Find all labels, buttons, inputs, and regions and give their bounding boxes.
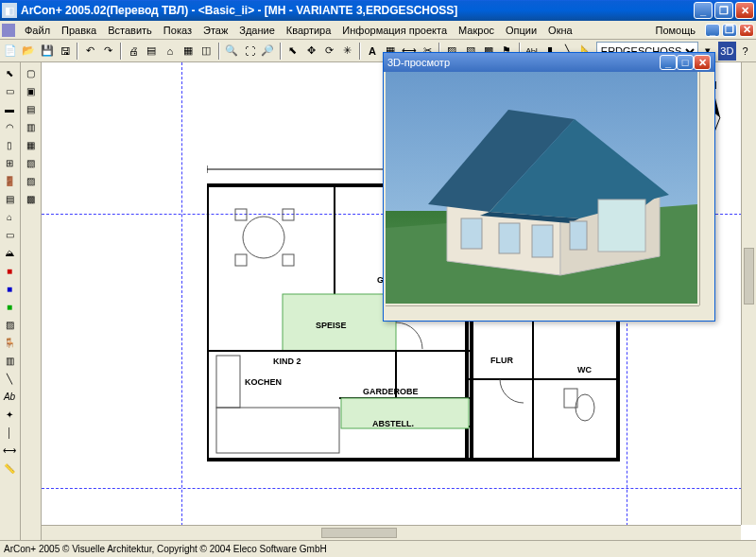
- tool-compass-icon[interactable]: ✳: [339, 42, 356, 61]
- preview-titlebar[interactable]: 3D-просмотр _ □ ✕: [384, 53, 714, 72]
- tool-new-icon[interactable]: 📄: [2, 42, 19, 61]
- menubar: Файл Правка Вставить Показ Этаж Здание К…: [0, 21, 756, 40]
- sb-dim2-icon[interactable]: ⟷: [1, 442, 18, 459]
- tool-3d-icon[interactable]: 3D: [718, 42, 735, 61]
- menu-window[interactable]: Окна: [542, 23, 578, 38]
- preview-v-scrollbar[interactable]: [699, 72, 714, 305]
- menu-file[interactable]: Файл: [19, 23, 56, 38]
- sb-green-icon[interactable]: ■: [1, 298, 18, 315]
- menu-options[interactable]: Опции: [500, 23, 542, 38]
- room-label-wc: WC: [577, 365, 592, 374]
- tool-undo-icon[interactable]: ↶: [81, 42, 98, 61]
- vertical-scrollbar[interactable]: [741, 62, 756, 525]
- menu-apartment[interactable]: Квартира: [281, 23, 337, 38]
- sb-pointer-icon[interactable]: ⬉: [1, 64, 18, 81]
- sb-stairs-icon[interactable]: ▤: [1, 190, 18, 207]
- sb-letter-icon[interactable]: Ab: [1, 388, 18, 405]
- mdi-close-button[interactable]: ✕: [739, 24, 754, 37]
- sb-arc-icon[interactable]: ◠: [1, 118, 18, 135]
- sb-select-icon[interactable]: ▭: [1, 82, 18, 99]
- sb2-7-icon[interactable]: ▨: [22, 172, 39, 189]
- sb-slab-icon[interactable]: ▭: [1, 226, 18, 243]
- guide-vertical[interactable]: [181, 62, 182, 540]
- close-button[interactable]: ✕: [735, 2, 754, 19]
- svg-rect-36: [532, 225, 553, 257]
- tool-floor-icon[interactable]: ▤: [143, 42, 160, 61]
- tool-move-icon[interactable]: ✥: [302, 42, 319, 61]
- sb-map-icon[interactable]: ✦: [1, 406, 18, 423]
- sb-landscape-icon[interactable]: ⛰: [1, 244, 18, 261]
- room-label-kochen: KOCHEN: [245, 377, 282, 387]
- room-label-speise: SPEISE: [316, 321, 347, 330]
- sb-column-icon[interactable]: ▯: [1, 136, 18, 153]
- sb-wall-icon[interactable]: ▬: [1, 100, 18, 117]
- tool-print-icon[interactable]: 🖨: [125, 42, 142, 61]
- menu-insert[interactable]: Вставить: [102, 23, 158, 38]
- tool-zoomout-icon[interactable]: 🔎: [259, 42, 276, 61]
- tool-save-icon[interactable]: 💾: [39, 42, 56, 61]
- svg-rect-19: [283, 209, 294, 220]
- menu-help[interactable]: Помощь: [650, 23, 702, 38]
- sb2-2-icon[interactable]: ▣: [22, 82, 39, 99]
- svg-rect-34: [461, 218, 482, 249]
- svg-rect-37: [570, 221, 587, 250]
- menu-projinfo[interactable]: Информация проекта: [336, 23, 453, 38]
- minimize-button[interactable]: _: [694, 2, 713, 19]
- sb-window-icon[interactable]: ⊞: [1, 154, 18, 171]
- sb-furniture-icon[interactable]: 🪑: [1, 334, 18, 351]
- sb-ruler-icon[interactable]: 📏: [1, 460, 18, 477]
- tool-building-icon[interactable]: ⌂: [162, 42, 179, 61]
- menu-edit[interactable]: Правка: [56, 23, 102, 38]
- svg-point-24: [576, 394, 594, 421]
- tool-saveall-icon[interactable]: 🖫: [57, 42, 74, 61]
- tool-zoomfit-icon[interactable]: ⛶: [241, 42, 258, 61]
- sb-red-icon[interactable]: ■: [1, 262, 18, 279]
- mdi-restore-button[interactable]: ❐: [722, 24, 737, 37]
- menu-show[interactable]: Показ: [158, 23, 198, 38]
- maximize-button[interactable]: ❐: [714, 2, 733, 19]
- left-toolbar-1: ⬉ ▭ ▬ ◠ ▯ ⊞ 🚪 ▤ ⌂ ▭ ⛰ ■ ■ ■ ▨ 🪑 ▥ ╲ Ab ✦…: [0, 62, 21, 540]
- horizontal-scrollbar[interactable]: [42, 525, 741, 540]
- sb2-8-icon[interactable]: ▩: [22, 190, 39, 207]
- svg-rect-21: [283, 254, 294, 266]
- preview-minimize-button[interactable]: _: [660, 55, 677, 70]
- tool-text-icon[interactable]: A: [364, 42, 381, 61]
- room-label-kind2: KIND 2: [273, 357, 301, 366]
- tool-redo-icon[interactable]: ↷: [100, 42, 117, 61]
- mdi-icon[interactable]: [2, 24, 15, 37]
- left-toolbar-2: ▢ ▣ ▤ ▥ ▦ ▧ ▨ ▩: [21, 62, 42, 540]
- mdi-minimize-button[interactable]: _: [705, 24, 720, 37]
- statusbar: ArCon+ 2005 © Visuelle Architektur, Copy…: [0, 540, 756, 557]
- preview-close-button[interactable]: ✕: [694, 55, 711, 70]
- sb-door-icon[interactable]: 🚪: [1, 172, 18, 189]
- sb-vline-icon[interactable]: │: [1, 424, 18, 441]
- sb-timber-icon[interactable]: ▥: [1, 352, 18, 369]
- tool-rotate-icon[interactable]: ⟳: [320, 42, 337, 61]
- sb2-3-icon[interactable]: ▤: [22, 100, 39, 117]
- guide-horizontal[interactable]: [42, 488, 756, 489]
- preview-h-scrollbar[interactable]: [386, 305, 699, 321]
- app-icon: ◧: [2, 3, 17, 18]
- menu-macros[interactable]: Макрос: [453, 23, 500, 38]
- tool-zoomin-icon[interactable]: 🔍: [223, 42, 240, 61]
- sb2-1-icon[interactable]: ▢: [22, 64, 39, 81]
- menu-floor[interactable]: Этаж: [198, 23, 233, 38]
- window-titlebar: ◧ ArCon+ 2005.02(Перевод ТВЛ) - <Basic_i…: [0, 0, 756, 21]
- svg-rect-18: [235, 209, 247, 220]
- preview-3d-viewport[interactable]: [386, 72, 697, 304]
- tool-help-icon[interactable]: ?: [737, 42, 754, 61]
- tool-open-icon[interactable]: 📂: [20, 42, 37, 61]
- tool-arrow-icon[interactable]: ⬉: [284, 42, 301, 61]
- sb2-4-icon[interactable]: ▥: [22, 118, 39, 135]
- tool-layers-icon[interactable]: ▦: [180, 42, 197, 61]
- sb-blue-icon[interactable]: ■: [1, 280, 18, 297]
- preview-maximize-button[interactable]: □: [677, 55, 694, 70]
- sb-line-icon[interactable]: ╲: [1, 370, 18, 387]
- sb-hatch-icon[interactable]: ▨: [1, 316, 18, 333]
- tool-view-icon[interactable]: ◫: [198, 42, 215, 61]
- sb2-6-icon[interactable]: ▧: [22, 154, 39, 171]
- sb-roof-icon[interactable]: ⌂: [1, 208, 18, 225]
- menu-building[interactable]: Здание: [233, 23, 281, 38]
- preview-window[interactable]: 3D-просмотр _ □ ✕: [383, 52, 715, 322]
- sb2-5-icon[interactable]: ▦: [22, 136, 39, 153]
